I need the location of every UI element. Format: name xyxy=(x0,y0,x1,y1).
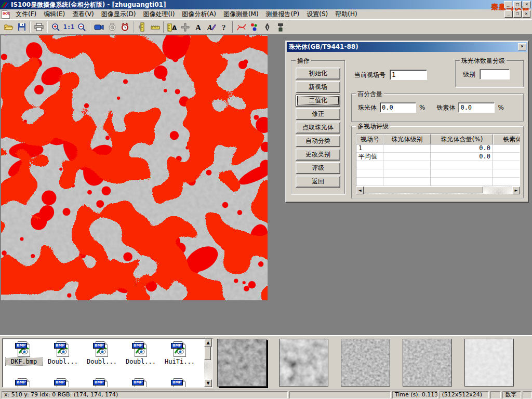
text-button[interactable]: A xyxy=(192,21,205,33)
file-name[interactable]: Doubl... xyxy=(123,358,159,365)
thumbnail-2[interactable] xyxy=(279,339,328,387)
file-name[interactable]: DKF.bmp xyxy=(6,358,42,365)
dialog-title: 珠光体(GB/T9441-88) xyxy=(289,43,358,51)
clock-icon xyxy=(121,23,129,32)
maximize-button[interactable]: □ xyxy=(513,1,522,8)
table-horizontal-scrollbar[interactable]: ◄ ► xyxy=(356,187,520,194)
caliper-button[interactable] xyxy=(136,21,149,33)
menu-image-display[interactable]: 图像显示(D) xyxy=(98,9,140,20)
color-markers-icon xyxy=(250,23,259,32)
auto-classify-button[interactable]: 自动分类 xyxy=(296,135,340,147)
correct-button[interactable]: 修正 xyxy=(296,108,340,120)
save-button[interactable] xyxy=(15,21,28,33)
table-row[interactable]: 1 0.0 xyxy=(356,144,520,153)
file-name[interactable]: Doubl... xyxy=(84,358,120,365)
application-window: IS100显微摄像系统(金相分析版) - [zhuguangti01] _ □ … xyxy=(0,0,532,399)
open-button[interactable] xyxy=(2,21,15,33)
file-item[interactable]: BMP xyxy=(84,378,120,388)
file-item[interactable]: BMP Doubl... xyxy=(84,341,120,365)
menu-edit[interactable]: 编辑(E) xyxy=(40,9,69,20)
zoom-out-icon xyxy=(77,23,86,32)
brush-tool-button[interactable] xyxy=(274,21,287,33)
camera-button[interactable] xyxy=(105,21,118,33)
print-icon xyxy=(34,23,44,31)
scroll-right-icon[interactable]: ► xyxy=(512,187,520,194)
specimen-image[interactable] xyxy=(1,35,268,300)
grade-button[interactable]: 评级 xyxy=(296,162,340,174)
ruler-button[interactable] xyxy=(149,21,162,33)
col-field-number: 视场号 xyxy=(356,134,383,144)
thumbnail-3[interactable] xyxy=(341,339,390,387)
file-item[interactable]: BMP Doubl... xyxy=(45,341,81,365)
time-status: Time (s): 0.113 xyxy=(392,391,438,398)
pen-tool-button[interactable] xyxy=(261,21,274,33)
table-row[interactable]: 平均值 0.0 xyxy=(356,153,520,161)
file-name[interactable]: HuiTi... xyxy=(162,358,198,365)
thumbnail-4[interactable] xyxy=(403,339,452,387)
scrollbar-thumb[interactable] xyxy=(204,347,211,360)
annotate-button[interactable]: A xyxy=(205,21,218,33)
help-button[interactable]: ? xyxy=(218,21,231,33)
dialog-title-bar[interactable]: 珠光体(GB/T9441-88) × xyxy=(287,42,527,52)
svg-text:A: A xyxy=(172,24,177,32)
thumbnail-1[interactable] xyxy=(217,339,267,387)
vertical-caliper-icon xyxy=(139,22,146,32)
current-field-input[interactable] xyxy=(390,70,427,80)
file-item[interactable]: BMP xyxy=(162,378,198,388)
menu-file[interactable]: 文件(F) xyxy=(12,9,40,20)
return-button[interactable]: 返回 xyxy=(296,176,340,188)
file-item[interactable]: BMP DKF.bmp xyxy=(6,341,42,365)
dialog-close-button[interactable]: × xyxy=(518,43,526,50)
video-capture-button[interactable] xyxy=(92,21,105,33)
open-folder-icon xyxy=(4,23,14,31)
caliper-text-icon: A xyxy=(167,23,177,32)
document-icon[interactable]: DOC xyxy=(2,10,10,19)
file-list[interactable]: BMP DKF.bmp BMP Doubl... BMP Doubl... xyxy=(2,338,213,388)
close-button[interactable]: × xyxy=(523,1,531,8)
menu-image-processing[interactable]: 图像处理(I) xyxy=(139,9,178,20)
init-button[interactable]: 初始化 xyxy=(296,68,340,79)
print-button[interactable] xyxy=(32,21,45,33)
menu-view[interactable]: 查看(V) xyxy=(69,9,98,20)
menu-settings[interactable]: 设置(S) xyxy=(303,9,331,20)
curve-tool-button[interactable] xyxy=(235,21,248,33)
move-button[interactable] xyxy=(179,21,192,33)
markers-button[interactable] xyxy=(248,21,261,33)
scrollbar-thumb[interactable] xyxy=(364,187,483,193)
file-item[interactable]: BMP xyxy=(123,378,159,388)
zoom-in-button[interactable] xyxy=(49,21,62,33)
zoom-out-button[interactable] xyxy=(75,21,88,33)
grade-input[interactable] xyxy=(480,69,510,79)
change-class-button[interactable]: 更改类别 xyxy=(296,149,340,161)
file-item[interactable]: BMP xyxy=(6,378,42,388)
thumbnail-5[interactable] xyxy=(464,339,514,387)
grade-label: 级别 xyxy=(463,70,475,79)
binarize-button[interactable]: 二值化 xyxy=(296,95,340,107)
cursor-position-status: x: 510 y: 79 idx: 0 RGB: (174, 174, 174) xyxy=(2,391,288,398)
pearlite-input[interactable] xyxy=(380,102,416,113)
scroll-up-icon[interactable]: ▲ xyxy=(204,339,212,347)
timer-button[interactable] xyxy=(118,21,131,33)
toolbar: 1:1 A A A ? xyxy=(0,20,532,34)
ferrite-percent-sign: % xyxy=(498,104,503,111)
scroll-down-icon[interactable]: ▼ xyxy=(204,379,212,387)
pick-pearlite-button[interactable]: 点取珠光体 xyxy=(296,122,340,134)
menu-image-analysis[interactable]: 图像分析(A) xyxy=(178,9,220,20)
file-list-scrollbar[interactable]: ▲ ▼ xyxy=(204,339,212,387)
measure-text-button[interactable]: A xyxy=(166,21,179,33)
new-field-button[interactable]: 新视场 xyxy=(296,81,340,93)
file-item[interactable]: BMP HuiTi... xyxy=(162,341,198,365)
minimize-button[interactable]: _ xyxy=(504,1,512,8)
status-bar: x: 510 y: 79 idx: 0 RGB: (174, 174, 174)… xyxy=(0,390,532,399)
file-item[interactable]: BMP Doubl... xyxy=(123,341,159,365)
actual-size-button[interactable]: 1:1 xyxy=(62,21,75,33)
menu-measure-report[interactable]: 测量报告(P) xyxy=(262,9,303,20)
table-row xyxy=(356,178,520,186)
file-name[interactable]: Doubl... xyxy=(45,358,81,365)
menu-image-measure[interactable]: 图像测量(M) xyxy=(220,9,262,20)
ferrite-input[interactable] xyxy=(458,102,495,113)
scroll-left-icon[interactable]: ◄ xyxy=(356,187,364,194)
file-item[interactable]: BMP xyxy=(45,378,81,388)
results-table[interactable]: 视场号 珠光体级别 珠光体含量(%) 铁素体含量(%) 1 0.0 xyxy=(356,134,520,187)
menu-help[interactable]: 帮助(H) xyxy=(331,9,361,20)
